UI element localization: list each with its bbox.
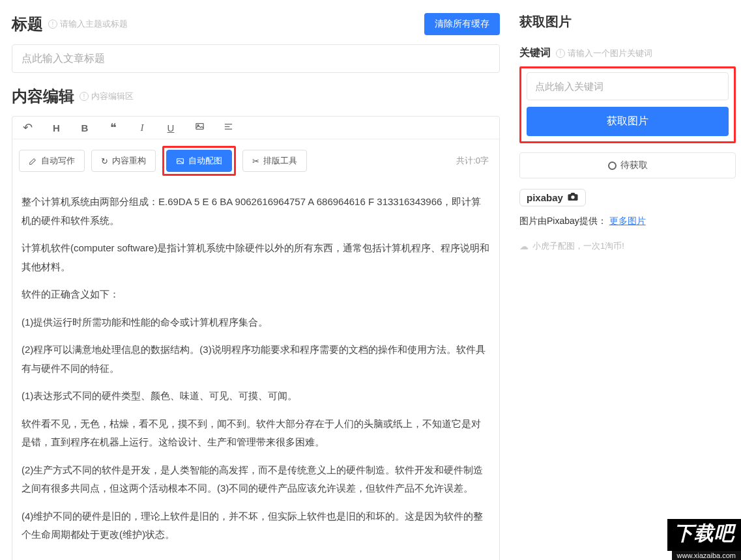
tip-text: 小虎子配图，一次1淘币! [532,240,624,252]
layout-tool-button[interactable]: ✂ 排版工具 [242,150,307,172]
get-image-button[interactable]: 获取图片 [527,107,729,136]
svg-rect-0 [196,124,203,130]
keyword-hint-text: 请输入一个图片关键词 [568,48,652,59]
clear-cache-button[interactable]: 清除所有缓存 [424,13,500,35]
layout-tool-label: 排版工具 [263,155,297,167]
paragraph: 软件看不见，无色，枯燥，看不见，摸不到，闻不到。软件大部分存在于人们的头脑或纸上… [22,415,490,452]
pending-label: 待获取 [620,160,648,171]
paragraph: (2)程序可以满意地处理信息的数据结构。(3)说明程序功能要求和程序需要的文档的… [22,341,490,378]
title-label-wrap: 标题 ! 请输入主题或标题 [12,14,128,35]
watermark-url: www.xiazaiba.com [672,551,741,560]
paragraph: (2)生产方式不同的软件是开发，是人类智能的高发挥，而不是传统意义上的硬件制造。… [22,461,490,498]
keyword-label: 关键词 [519,46,551,60]
paragraph: (1)表达形式不同的硬件类型、颜色、味道、可见、可摸、可闻。 [22,387,490,406]
auto-image-button[interactable]: 自动配图 [166,150,232,172]
credit-prefix: 图片由Pixabay提供： [519,216,607,226]
info-icon: ! [48,20,57,29]
title-hint-text: 请输入主题或标题 [60,18,128,30]
auto-image-label: 自动配图 [188,155,222,167]
keyword-input[interactable] [527,72,729,100]
heading-button[interactable]: H [48,122,65,133]
svg-point-6 [571,195,574,199]
restructure-button[interactable]: ↻ 内容重构 [91,150,156,172]
align-icon[interactable] [220,122,237,133]
auto-write-button[interactable]: 自动写作 [19,150,85,172]
more-images-link[interactable]: 更多图片 [609,216,646,226]
layout-icon: ✂ [252,156,259,166]
get-image-title: 获取图片 [519,13,736,31]
paragraph: (1)提供运行时所需功能和性能的命令或计算机程序集合。 [22,313,490,332]
highlight-annotation: 自动配图 [162,146,236,176]
content-hint: ! 内容编辑区 [80,91,134,102]
cloud-icon: ☁ [519,241,529,251]
image-icon[interactable] [191,122,208,133]
sidebar: 获取图片 关键词 ! 请输入一个图片关键词 获取图片 待获取 pixabay 图… [512,0,741,560]
content-label: 内容编辑 [12,86,74,107]
action-toolbar: 自动写作 ↻ 内容重构 自动配图 ✂ 排版工具 共计:0字 [12,139,499,182]
char-count: 共计:0字 [456,155,493,167]
paragraph: 软件的正确含义如下： [22,285,490,304]
info-icon: ! [80,92,89,101]
keyword-hint: ! 请输入一个图片关键词 [556,48,652,59]
article-title-input[interactable] [12,44,500,73]
watermark-text: 下载吧 [667,519,741,551]
restructure-label: 内容重构 [112,155,146,167]
undo-icon[interactable]: ↶ [19,120,36,135]
editor-content[interactable]: 整个计算机系统由两部分组成：E.69DA 5 E 6 BA 9062616964… [12,182,499,560]
circle-icon [608,161,617,170]
info-icon: ! [556,49,565,58]
image-credit: 图片由Pixabay提供： 更多图片 [519,216,736,227]
paragraph: 整个计算机系统由两部分组成：E.69DA 5 E 6 BA 9062616964… [22,193,490,230]
content-header-row: 内容编辑 ! 内容编辑区 [12,86,500,107]
pending-status[interactable]: 待获取 [519,152,736,178]
pixabay-text: pixabay [527,192,563,203]
underline-button[interactable]: U [162,122,179,133]
tip-row: ☁ 小虎子配图，一次1淘币! [519,240,736,252]
main-column: 标题 ! 请输入主题或标题 清除所有缓存 内容编辑 ! 内容编辑区 ↶ H B … [0,0,512,560]
bold-button[interactable]: B [76,122,93,133]
title-hint: ! 请输入主题或标题 [48,18,128,30]
site-watermark: 下载吧 www.xiazaiba.com [650,516,741,560]
title-header-row: 标题 ! 请输入主题或标题 清除所有缓存 [12,13,500,35]
format-toolbar: ↶ H B ❝ I U [12,117,499,139]
content-hint-text: 内容编辑区 [91,91,134,102]
camera-icon [567,192,579,203]
quote-button[interactable]: ❝ [105,120,122,135]
editor-box: ↶ H B ❝ I U [12,116,500,560]
refresh-icon: ↻ [101,156,108,166]
italic-button[interactable]: I [134,122,151,133]
paragraph: (4)维护不同的硬件是旧的，理论上软件是旧的，并不坏，但实际上软件也是旧的和坏的… [22,507,490,544]
pixabay-badge: pixabay [519,189,586,206]
title-label: 标题 [12,14,43,35]
paragraph: 计算机软件(computer software)是指计算机系统中除硬件以外的所有… [22,239,490,276]
auto-write-label: 自动写作 [41,155,75,167]
highlight-annotation-sidebar: 获取图片 [519,66,736,143]
content-label-wrap: 内容编辑 ! 内容编辑区 [12,86,134,107]
keyword-label-row: 关键词 ! 请输入一个图片关键词 [519,46,736,60]
